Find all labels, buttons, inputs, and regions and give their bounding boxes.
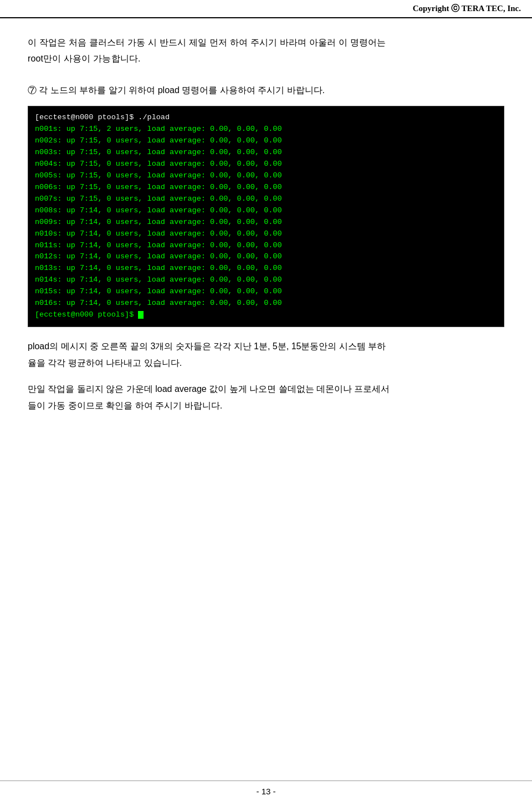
desc2-line2: 들이 가동 중이므로 확인을 하여 주시기 바랍니다. bbox=[28, 401, 222, 410]
terminal-line-13: n013s: up 7:14, 0 users, load average: 0… bbox=[35, 263, 497, 274]
section7-heading: ⑦ 각 노드의 부하를 알기 위하여 pload 명령어를 사용하여 주시기 바… bbox=[28, 83, 504, 99]
intro-paragraph: 이 작업은 처음 클러스터 가동 시 반드시 제일 먼저 하여 주시기 바라며 … bbox=[28, 35, 504, 67]
page-number: - 13 - bbox=[256, 787, 275, 796]
terminal-line-8: n008s: up 7:14, 0 users, load average: 0… bbox=[35, 205, 497, 217]
terminal-line-9: n009s: up 7:14, 0 users, load average: 0… bbox=[35, 217, 497, 228]
desc1-line2: 율을 각각 평균하여 나타내고 있습니다. bbox=[28, 358, 182, 368]
main-content: 이 작업은 처음 클러스터 가동 시 반드시 제일 먼저 하여 주시기 바라며 … bbox=[0, 18, 532, 457]
desc1-line1: pload의 메시지 중 오른쪽 끝의 3개의 숫자들은 각각 지난 1분, 5… bbox=[28, 341, 386, 351]
terminal-prompt: [ecctest@n000 ptools]$ ./pload bbox=[35, 112, 497, 124]
terminal-line-7: n007s: up 7:15, 0 users, load average: 0… bbox=[35, 193, 497, 205]
terminal-line-10: n010s: up 7:14, 0 users, load average: 0… bbox=[35, 228, 497, 240]
terminal-line-2: n002s: up 7:15, 0 users, load average: 0… bbox=[35, 135, 497, 147]
intro-line1: 이 작업은 처음 클러스터 가동 시 반드시 제일 먼저 하여 주시기 바라며 … bbox=[28, 38, 386, 47]
page-container: Copyright ⓒ TERA TEC, Inc. 이 작업은 처음 클러스터… bbox=[0, 0, 532, 806]
intro-line2: root만이 사용이 가능합니다. bbox=[28, 54, 141, 63]
description1: pload의 메시지 중 오른쪽 끝의 3개의 숫자들은 각각 지난 1분, 5… bbox=[28, 338, 504, 372]
terminal-end-prompt: [ecctest@n000 ptools]$ bbox=[35, 309, 497, 321]
desc2-line1: 만일 작업을 돌리지 않은 가운데 load average 값이 높게 나오면… bbox=[28, 384, 390, 394]
terminal-line-16: n016s: up 7:14, 0 users, load average: 0… bbox=[35, 298, 497, 309]
terminal-line-4: n004s: up 7:15, 0 users, load average: 0… bbox=[35, 159, 497, 170]
copyright-text: Copyright ⓒ TERA TEC, Inc. bbox=[413, 4, 521, 13]
terminal-line-15: n015s: up 7:14, 0 users, load average: 0… bbox=[35, 286, 497, 298]
page-footer: - 13 - bbox=[0, 781, 532, 796]
description2: 만일 작업을 돌리지 않은 가운데 load average 값이 높게 나오면… bbox=[28, 381, 504, 415]
terminal-cursor bbox=[138, 311, 144, 319]
terminal-line-3: n003s: up 7:15, 0 users, load average: 0… bbox=[35, 147, 497, 159]
terminal-line-6: n006s: up 7:15, 0 users, load average: 0… bbox=[35, 182, 497, 193]
terminal-line-14: n014s: up 7:14, 0 users, load average: 0… bbox=[35, 274, 497, 286]
terminal-line-1: n001s: up 7:15, 2 users, load average: 0… bbox=[35, 124, 497, 135]
page-header: Copyright ⓒ TERA TEC, Inc. bbox=[0, 0, 532, 18]
terminal-line-12: n012s: up 7:14, 0 users, load average: 0… bbox=[35, 251, 497, 263]
terminal-line-5: n005s: up 7:15, 0 users, load average: 0… bbox=[35, 170, 497, 182]
terminal-output: [ecctest@n000 ptools]$ ./pload n001s: up… bbox=[28, 106, 504, 327]
terminal-line-11: n011s: up 7:14, 0 users, load average: 0… bbox=[35, 240, 497, 252]
